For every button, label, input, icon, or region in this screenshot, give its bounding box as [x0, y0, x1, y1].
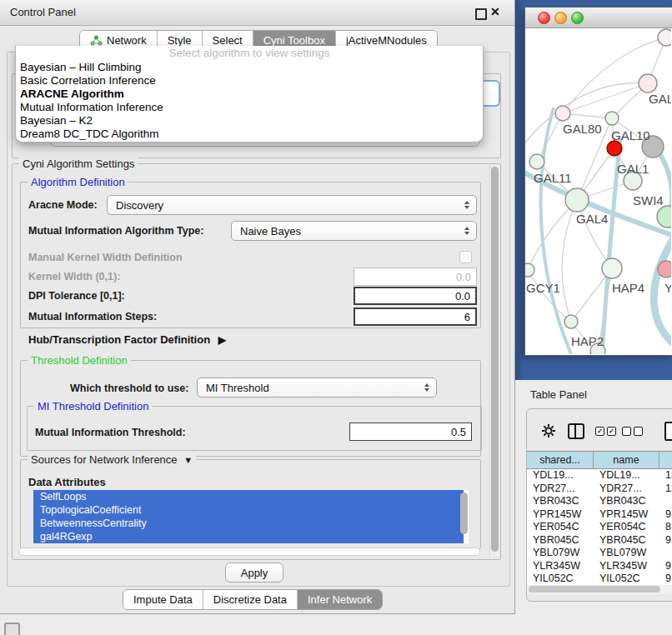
algorithm-definition-title: Algorithm Definition [28, 176, 128, 188]
which-threshold-combobox[interactable]: MI Threshold [197, 378, 437, 398]
node-label: GAL80 [563, 122, 602, 136]
algorithm-option[interactable]: Mutual Information Inference [16, 101, 483, 114]
network-node[interactable] [555, 106, 570, 121]
algorithm-dropdown-popup: Select algorithm to view settings Bayesi… [15, 46, 484, 142]
column-header-shared-name[interactable]: shared... [527, 452, 594, 468]
network-node[interactable] [658, 261, 671, 278]
algorithm-option-selected[interactable]: ARACNE Algorithm [16, 88, 483, 101]
mi-steps-label: Mutual Information Steps: [28, 311, 157, 322]
table-body: YDL19...YDL19...13 YDR27...YDR27...12 YB… [527, 469, 672, 585]
kernel-width-label: Kernel Width (0,1): [28, 271, 120, 282]
network-node[interactable] [639, 74, 657, 92]
combo-spinner-icon [464, 201, 469, 209]
network-node-gcy1[interactable] [525, 263, 534, 277]
settings-horizontal-scrollbar-thumb[interactable] [18, 548, 480, 556]
mi-threshold-input[interactable]: 0.5 [349, 422, 472, 441]
apply-button[interactable]: Apply [225, 562, 283, 582]
new-table-icon[interactable] [664, 422, 672, 441]
control-panel-title: Control Panel [10, 6, 76, 18]
cyni-settings-group-title: Cyni Algorithm Settings [19, 158, 138, 170]
close-window-icon[interactable] [538, 12, 550, 24]
mi-type-value: Naive Bayes [240, 225, 301, 238]
close-icon[interactable]: ✕ [490, 5, 500, 18]
control-panel-titlebar[interactable]: Control Panel ✕ [0, 0, 514, 26]
table-row[interactable]: YPR145WYPR145W9. [527, 508, 672, 522]
tab-network-label: Network [107, 34, 147, 47]
network-icon [90, 35, 103, 46]
network-node-selected[interactable] [607, 141, 622, 156]
network-node-hap2[interactable] [564, 315, 578, 328]
column-header-cut[interactable] [659, 452, 672, 468]
minimize-window-icon[interactable] [554, 12, 567, 24]
algorithm-option[interactable]: Bayesian – Hill Climbing [16, 61, 483, 74]
expanded-arrow-icon[interactable]: ▼ [183, 455, 193, 465]
network-node-gal11[interactable] [529, 154, 544, 169]
attribute-item-selected[interactable]: SelfLoops [33, 490, 464, 503]
settings-vertical-scrollbar[interactable] [489, 165, 499, 557]
network-node-gal4[interactable] [565, 188, 589, 212]
cyni-bottom-tabbar: Impute Data Discretize Data Infer Networ… [123, 589, 383, 610]
aracne-mode-value: Discovery [116, 199, 163, 212]
table-row[interactable]: YDR27...YDR27...12 [527, 482, 672, 496]
table-row[interactable]: YER054CYER054C8. [527, 521, 672, 534]
tab-infer-network[interactable]: Infer Network [298, 590, 382, 609]
algorithm-dropdown-placeholder: Select algorithm to view settings [16, 46, 483, 61]
control-panel-window: Control Panel ✕ Network Style Select Cyn… [0, 0, 515, 614]
network-node[interactable] [658, 29, 671, 46]
node-label: HAP2 [571, 334, 604, 348]
combo-spinner-icon [424, 383, 429, 392]
collapsed-arrow-icon[interactable]: ▶ [218, 334, 226, 346]
table-row[interactable]: YLR345WYLR345W9. [527, 560, 672, 573]
mi-type-combobox[interactable]: Naive Bayes [231, 221, 477, 241]
node-label: GAL11 [534, 171, 572, 185]
combo-spinner-icon [464, 227, 469, 235]
algorithm-option[interactable]: Basic Correlation Inference [16, 74, 483, 88]
node-label: SWI4 [633, 193, 664, 208]
zoom-window-icon[interactable] [571, 12, 584, 24]
gear-icon[interactable] [541, 423, 556, 438]
minimized-panel-icon[interactable] [4, 622, 20, 635]
sources-group-title[interactable]: Sources for Network Inference ▼ [28, 453, 196, 466]
algorithm-option[interactable]: Bayesian – K2 [16, 114, 483, 128]
select-all-columns-icon[interactable]: ✓ ✓ [595, 427, 616, 436]
network-window-titlebar[interactable] [525, 8, 672, 28]
which-threshold-label: Which threshold to use: [70, 382, 188, 394]
network-node-gal80[interactable] [605, 112, 619, 125]
table-row[interactable]: YBR043CYBR043C [527, 495, 672, 508]
network-canvas[interactable]: GAL80 GAL10 GAL GAL11 GAL1 SWI4 GAL4 GCY… [525, 28, 671, 354]
algorithm-option[interactable]: Dream8 DC_TDC Algorithm [16, 128, 483, 141]
table-horizontal-scrollbar-thumb[interactable] [529, 586, 660, 592]
mi-type-label: Mutual Information Algorithm Type: [28, 225, 203, 237]
manual-kernel-label: Manual Kernel Width Definition [28, 252, 183, 263]
tab-impute-data[interactable]: Impute Data [123, 590, 203, 609]
network-node-swi4[interactable] [657, 206, 671, 228]
deselect-all-columns-icon[interactable] [622, 427, 643, 436]
settings-horizontal-scrollbar[interactable] [17, 548, 484, 557]
aracne-mode-combobox[interactable]: Discovery [107, 195, 477, 215]
table-row[interactable]: YBL079WYBL079W [527, 547, 672, 560]
tab-discretize-data[interactable]: Discretize Data [203, 590, 298, 609]
node-label: GAL4 [576, 212, 608, 226]
node-label: HAP4 [612, 281, 644, 295]
screen: Control Panel ✕ Network Style Select Cyn… [0, 0, 672, 635]
attribute-item-selected[interactable]: TopologicalCoefficient [33, 503, 464, 517]
table-row[interactable]: YBR045CYBR045C9. [527, 534, 672, 548]
table-row[interactable]: YIL052CYIL052C9. [527, 572, 672, 585]
mi-threshold-group-title: MI Threshold Definition [34, 400, 152, 412]
table-horizontal-scrollbar[interactable] [527, 585, 672, 594]
column-header-name[interactable]: name [594, 452, 659, 468]
hub-definition-section-header[interactable]: Hub/Transcription Factor Definition ▶ [28, 333, 226, 346]
table-row[interactable]: YDL19...YDL19...13 [527, 469, 672, 482]
dpi-tolerance-input[interactable]: 0.0 [354, 287, 477, 305]
float-window-icon[interactable] [475, 8, 487, 20]
mi-steps-input[interactable]: 6 [354, 308, 477, 326]
split-view-icon[interactable] [568, 423, 584, 439]
data-attributes-list: SelfLoops TopologicalCoefficient Between… [33, 490, 469, 543]
attribute-item-selected[interactable]: gal4RGexp [33, 530, 464, 543]
settings-vertical-scrollbar-thumb[interactable] [491, 167, 499, 552]
manual-kernel-checkbox[interactable] [459, 251, 472, 263]
kernel-width-input[interactable]: 0.0 [354, 268, 477, 286]
attribute-item-selected[interactable]: BetweennessCentrality [33, 517, 464, 530]
attributes-list-scrollbar-thumb[interactable] [460, 492, 468, 534]
network-node-hap4[interactable] [602, 258, 622, 278]
